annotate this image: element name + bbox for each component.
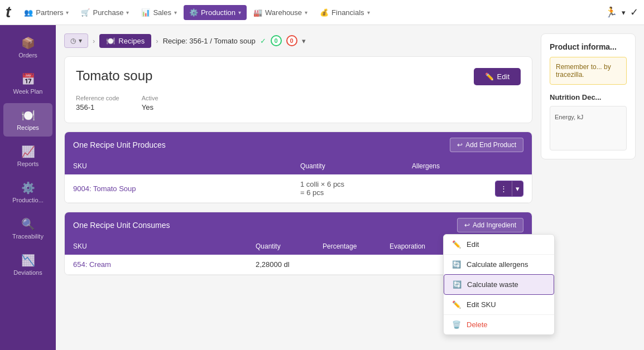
partners-icon: 👥 <box>24 8 33 17</box>
breadcrumb-recipes-btn[interactable]: 🍽️ Recipes <box>99 34 151 48</box>
reports-icon: 📈 <box>21 145 35 158</box>
warehouse-icon: 🏭 <box>253 8 262 17</box>
edit-icon: ✏️ <box>485 72 494 81</box>
running-man-icon[interactable]: 🏃 <box>605 6 617 18</box>
reference-code-field: Reference code 356-1 <box>76 95 119 111</box>
chevron-down-icon: ▾ <box>367 9 370 16</box>
check-green-icon: ✓ <box>260 37 266 45</box>
dropdown-calculate-allergens[interactable]: 🔄 Calculate allergens <box>444 255 554 274</box>
production-sidebar-icon: ⚙️ <box>21 181 35 195</box>
produces-header: One Recipe Unit Produces ↩ Add End Produ… <box>65 132 532 158</box>
edit-dropdown-icon: ✏️ <box>452 240 461 249</box>
recipe-info-card: Tomato soup ✏️ Edit Reference code 356-1… <box>64 56 532 123</box>
chevron-down-icon: ▾ <box>126 9 129 16</box>
dropdown-edit[interactable]: ✏️ Edit <box>444 235 554 254</box>
delete-icon: 🗑️ <box>452 320 461 329</box>
nutrition-box: Energy, kJ <box>550 106 627 150</box>
financials-icon: 💰 <box>320 8 329 17</box>
breadcrumb-current: Recipe: 356-1 / Tomato soup ✓ 0 0 ▾ <box>163 35 306 46</box>
breadcrumb-history-btn[interactable]: ◷ ▾ <box>64 33 88 48</box>
badge-green: 0 <box>271 35 282 46</box>
sidebar-item-recipes[interactable]: 🍽️ Recipes <box>3 103 52 137</box>
allergens-icon: 🔄 <box>452 260 461 269</box>
user-menu-chevron[interactable]: ▾ <box>622 8 626 17</box>
add-end-product-button[interactable]: ↩ Add End Product <box>450 138 523 152</box>
nutrition-dec-title: Nutrition Dec... <box>550 93 627 101</box>
edit-recipe-button[interactable]: ✏️ Edit <box>474 68 521 85</box>
warning-box: Remember to... by tracezilla. <box>550 57 627 85</box>
product-sku-link[interactable]: 9004: Tomato Soup <box>73 184 300 193</box>
breadcrumb-separator: › <box>93 37 95 45</box>
product-info-title: Product informa... <box>550 42 627 51</box>
chevron-down-icon: ▾ <box>238 9 241 16</box>
context-dropdown-menu: ✏️ Edit 🔄 Calculate allergens 🔄 Calculat… <box>443 234 555 335</box>
breadcrumb-separator2: › <box>156 37 158 45</box>
sales-icon: 📊 <box>141 8 150 17</box>
sidebar: 📦 Orders 📅 Week Plan 🍽️ Recipes 📈 Report… <box>0 25 56 350</box>
orders-icon: 📦 <box>21 36 35 50</box>
ingredient-sku-link[interactable]: 654: Cream <box>73 260 256 269</box>
dots-icon: ⋮ <box>500 184 507 193</box>
quantity-cell: 1 colli × 6 pcs = 6 pcs <box>300 180 412 197</box>
recipes-icon: 🍽️ <box>21 109 35 122</box>
top-navigation: t 👥 Partners ▾ 🛒 Purchase ▾ 📊 Sales ▾ ⚙️… <box>0 0 644 25</box>
sidebar-item-orders[interactable]: 📦 Orders <box>3 31 52 64</box>
add-ingredient-button[interactable]: ↩ Add Ingredient <box>457 218 523 232</box>
deviations-icon: 📉 <box>21 254 35 267</box>
chevron-down-icon: ▾ <box>305 9 307 16</box>
nav-financials[interactable]: 💰 Financials ▾ <box>314 5 376 20</box>
purchase-icon: 🛒 <box>81 8 90 17</box>
sidebar-item-weekplan[interactable]: 📅 Week Plan <box>3 67 52 100</box>
recipe-meta: Reference code 356-1 Active Yes <box>76 95 521 111</box>
traceability-icon: 🔍 <box>21 217 35 231</box>
breadcrumb-more-icon[interactable]: ▾ <box>302 37 306 45</box>
history-icon: ◷ <box>70 37 76 45</box>
row-action-chevron[interactable]: ▾ <box>512 181 523 196</box>
product-info-card: Product informa... Remember to... by tra… <box>541 33 636 159</box>
breadcrumb-dropdown-icon: ▾ <box>79 37 82 45</box>
waste-icon: 🔄 <box>453 280 462 289</box>
recipe-title: Tomato soup <box>76 68 152 84</box>
nav-partners[interactable]: 👥 Partners ▾ <box>18 5 74 20</box>
nav-sales[interactable]: 📊 Sales ▾ <box>136 5 182 20</box>
sidebar-item-reports[interactable]: 📈 Reports <box>3 139 52 173</box>
table-row: 9004: Tomato Soup 1 colli × 6 pcs = 6 pc… <box>65 174 532 203</box>
dropdown-calculate-waste[interactable]: 🔄 Calculate waste <box>444 274 554 295</box>
row-action-group: ⋮ ▾ <box>495 181 523 197</box>
produces-table-header: SKU Quantity Allergens <box>65 158 532 174</box>
row-action-button[interactable]: ⋮ <box>496 181 512 196</box>
active-field: Active Yes <box>142 95 158 111</box>
breadcrumb: ◷ ▾ › 🍽️ Recipes › Recipe: 356-1 / Tomat… <box>64 33 532 48</box>
edit-sku-icon: ✏️ <box>452 300 461 309</box>
sidebar-item-production[interactable]: ⚙️ Productio... <box>3 176 52 209</box>
dropdown-delete[interactable]: 🗑️ Delete <box>444 315 554 334</box>
energy-label: Energy, kJ <box>555 114 622 120</box>
sidebar-item-traceability[interactable]: 🔍 Traceability <box>3 212 52 245</box>
right-panel: Product informa... Remember to... by tra… <box>541 33 636 342</box>
nav-warehouse[interactable]: 🏭 Warehouse ▾ <box>248 5 313 20</box>
production-icon: ⚙️ <box>189 8 198 17</box>
main-content: ◷ ▾ › 🍽️ Recipes › Recipe: 356-1 / Tomat… <box>56 25 644 350</box>
nav-production[interactable]: ⚙️ Production ▾ <box>184 5 247 20</box>
add-ingredient-icon: ↩ <box>464 221 470 229</box>
nav-purchase[interactable]: 🛒 Purchase ▾ <box>75 5 134 20</box>
check-icon[interactable]: ✓ <box>630 6 638 18</box>
chevron-down-icon: ▾ <box>66 9 69 16</box>
dropdown-edit-sku[interactable]: ✏️ Edit SKU <box>444 295 554 314</box>
sidebar-item-deviations[interactable]: 📉 Deviations <box>3 248 52 281</box>
add-end-product-icon: ↩ <box>457 141 463 149</box>
badge-red: 0 <box>286 35 297 46</box>
chevron-down-icon: ▾ <box>174 9 177 16</box>
weekplan-icon: 📅 <box>21 72 35 86</box>
app-logo[interactable]: t <box>6 3 11 21</box>
ingredient-quantity: 2,28000 dl <box>256 260 323 269</box>
produces-section: One Recipe Unit Produces ↩ Add End Produ… <box>64 132 532 203</box>
recipes-breadcrumb-icon: 🍽️ <box>106 37 115 45</box>
